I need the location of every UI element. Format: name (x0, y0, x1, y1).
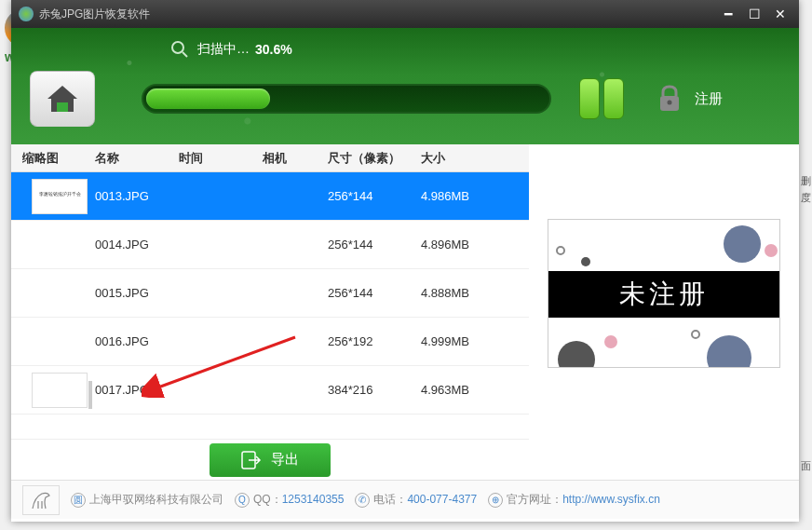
header-panel: 扫描中… 30.6% (11, 28, 799, 144)
col-dimension[interactable]: 尺寸（像素） (328, 150, 421, 167)
qq-icon: Q (235, 493, 250, 508)
footer-company: 上海甲驭网络科技有限公司 (89, 493, 223, 506)
col-name[interactable]: 名称 (95, 150, 179, 167)
svg-rect-2 (57, 102, 68, 112)
progress-fill (146, 88, 270, 109)
cell-dimension: 384*216 (328, 383, 421, 397)
thumbnail-icon (32, 373, 88, 408)
scan-status: 扫描中… 30.6% (169, 39, 780, 60)
phone-icon: ✆ (355, 493, 370, 508)
titlebar: 赤兔JPG图片恢复软件 ━ ☐ ✕ (11, 0, 799, 28)
close-button[interactable]: ✕ (769, 5, 792, 23)
table-row[interactable]: 0014.JPG 256*144 4.896MB (11, 221, 529, 269)
footer-phone-label: 电话： (373, 493, 407, 506)
cell-dimension: 256*144 (328, 286, 421, 300)
cell-size: 4.999MB (421, 334, 505, 348)
cell-name: 0014.JPG (95, 238, 179, 251)
pause-button[interactable] (579, 78, 624, 119)
table-row[interactable]: 0015.JPG 256*144 4.888MB (11, 269, 529, 318)
footer-qq[interactable]: 1253140355 (282, 493, 345, 506)
svg-line-1 (183, 52, 187, 57)
export-row: 导出 (11, 439, 529, 480)
scan-label: 扫描中… (197, 41, 250, 58)
home-button[interactable] (30, 71, 95, 127)
app-icon (19, 7, 34, 21)
cell-name: 0016.JPG (95, 334, 179, 348)
table-header: 缩略图 名称 时间 相机 尺寸（像素） 大小 (11, 144, 529, 172)
table-row[interactable]: 0016.JPG 256*192 4.999MB (11, 318, 529, 366)
preview-image: 未注册 (548, 219, 780, 368)
content-area: 缩略图 名称 时间 相机 尺寸（像素） 大小 李惠铨铭抵沪开千会 0013.JP… (11, 144, 799, 480)
cell-size: 4.896MB (421, 238, 505, 251)
unregistered-label: 未注册 (548, 271, 779, 318)
cell-dimension: 256*144 (328, 189, 421, 203)
company-icon: 圆 (71, 493, 86, 508)
register-button[interactable]: 注册 (652, 81, 723, 116)
footer-site[interactable]: http://www.sysfix.cn (562, 493, 660, 506)
table-row[interactable]: 李惠铨铭抵沪开千会 0013.JPG 256*144 4.986MB (11, 172, 529, 221)
export-button[interactable]: 导出 (210, 443, 331, 477)
lock-icon (652, 81, 687, 116)
home-icon (44, 82, 81, 116)
col-time[interactable]: 时间 (179, 150, 263, 167)
footer-bar: 圆上海甲驭网络科技有限公司 QQQ：1253140355 ✆电话：400-077… (11, 480, 799, 519)
file-table: 缩略图 名称 时间 相机 尺寸（像素） 大小 李惠铨铭抵沪开千会 0013.JP… (11, 144, 529, 480)
footer-phone: 400-077-4377 (407, 493, 477, 506)
cell-name: 0015.JPG (95, 286, 179, 300)
cell-dimension: 256*144 (328, 238, 421, 251)
pause-icon-bar (579, 78, 600, 119)
search-icon (169, 39, 190, 60)
footer-site-label: 官方网址： (507, 493, 562, 506)
cell-name: 0017.JPG (95, 383, 179, 397)
scan-progress-bar (142, 84, 551, 114)
cell-size: 4.888MB (421, 286, 505, 300)
pause-icon-bar (603, 78, 624, 119)
footer-qq-label: QQ： (253, 493, 282, 506)
col-size[interactable]: 大小 (421, 150, 505, 167)
cell-name: 0013.JPG (95, 189, 179, 203)
app-window: 赤兔JPG图片恢复软件 ━ ☐ ✕ 扫描中… 30.6% (11, 0, 799, 522)
table-body[interactable]: 李惠铨铭抵沪开千会 0013.JPG 256*144 4.986MB 0014.… (11, 172, 529, 439)
web-icon: ⊕ (488, 493, 503, 508)
register-label: 注册 (695, 90, 723, 108)
svg-point-0 (172, 42, 183, 53)
scan-percent: 30.6% (255, 42, 292, 57)
cell-size: 4.963MB (421, 383, 505, 397)
minimize-button[interactable]: ━ (717, 5, 739, 23)
page-edge-text: 删度面 (801, 172, 812, 474)
company-logo-icon (22, 485, 60, 515)
col-thumbnail[interactable]: 缩略图 (11, 150, 95, 167)
col-camera[interactable]: 相机 (263, 150, 328, 167)
table-row[interactable]: 0017.JPG 384*216 4.963MB (11, 366, 529, 414)
export-label: 导出 (271, 451, 299, 469)
svg-point-4 (668, 101, 672, 105)
export-icon (241, 450, 262, 470)
thumbnail-icon: 李惠铨铭抵沪开千会 (32, 179, 88, 214)
cell-dimension: 256*192 (328, 334, 421, 348)
maximize-button[interactable]: ☐ (743, 5, 765, 23)
window-title: 赤兔JPG图片恢复软件 (39, 7, 713, 22)
preview-panel: 未注册 (529, 144, 799, 480)
cell-size: 4.986MB (421, 189, 505, 203)
